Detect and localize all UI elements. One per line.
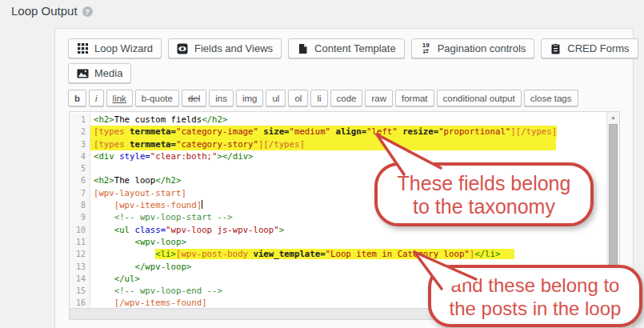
- line-number: 5: [70, 162, 90, 174]
- callout-line: to the taxonomy: [378, 195, 590, 218]
- grid-icon: [77, 42, 89, 54]
- line-number: 13: [70, 261, 90, 273]
- help-icon[interactable]: ?: [82, 6, 93, 17]
- scrollbar-thumb[interactable]: [609, 124, 618, 288]
- page-title: Loop Output: [11, 4, 78, 18]
- pagination-icon: 19⇄: [420, 42, 432, 54]
- toolbar-button-label: Loop Wizard: [94, 42, 153, 54]
- code-line: 12 <li>[wpv-post-body view_template="Loo…: [70, 248, 606, 260]
- callout-posts-note: and these belong to the posts in the loo…: [428, 265, 642, 327]
- toolbar-button-label: CRED Forms: [567, 42, 629, 54]
- code-line: 11 <wpv-loop>: [70, 236, 606, 248]
- toolbar-button-label: Fields and Views: [194, 42, 273, 54]
- line-number: 8: [70, 199, 90, 211]
- line-number: 3: [70, 138, 90, 150]
- code-line: 3[types termmeta="category-story"][/type…: [70, 138, 606, 150]
- cred-clipboard-icon: [550, 42, 562, 54]
- callout-line: These fields belong: [378, 172, 590, 195]
- callout-line: and these belong to: [431, 274, 639, 297]
- quicktag-close-tags[interactable]: close tags: [524, 90, 578, 106]
- quicktag-i[interactable]: i: [89, 90, 104, 106]
- quicktag-ins[interactable]: ins: [209, 90, 234, 106]
- quicktag-ul[interactable]: ul: [266, 90, 286, 106]
- quicktag-link[interactable]: link: [106, 90, 133, 106]
- toolbar-button-cred-forms[interactable]: CRED Forms: [541, 38, 638, 58]
- text-cursor: [202, 200, 202, 209]
- toolbar-button-pagination-controls[interactable]: 19⇄Pagination controls: [411, 38, 535, 58]
- quicktag-del[interactable]: del: [182, 90, 206, 106]
- quicktag-b[interactable]: b: [68, 90, 86, 106]
- line-number: 14: [70, 273, 90, 285]
- media-image-icon: [77, 67, 89, 79]
- toolbar-button-content-template[interactable]: Content Template: [288, 38, 405, 58]
- toolbar-button-fields-and-views[interactable]: Fields and Views: [168, 38, 282, 58]
- quicktag-conditional-output[interactable]: conditional output: [437, 90, 522, 106]
- line-number: 7: [70, 187, 90, 199]
- quicktag-b-quote[interactable]: b-quote: [135, 90, 179, 106]
- quicktag-img[interactable]: img: [236, 90, 264, 106]
- page-header: Loop Output ?: [11, 4, 93, 18]
- line-number: 1: [70, 114, 90, 126]
- toolbar-button-label: Pagination controls: [438, 42, 526, 54]
- scroll-up-arrow-icon[interactable]: ▲: [607, 112, 619, 122]
- toolbar-button-label: Media: [94, 67, 122, 79]
- line-number: 4: [70, 150, 90, 162]
- quicktag-li[interactable]: li: [310, 90, 327, 106]
- quicktag-code[interactable]: code: [330, 90, 363, 106]
- toolbar-button-loop-wizard[interactable]: Loop Wizard: [68, 38, 162, 58]
- line-number: 11: [70, 236, 90, 248]
- code-line: 1<h2>The custom fields</h2>: [70, 114, 606, 126]
- highlighted-code: <li>[wpv-post-body view_template="Loop i…: [155, 249, 514, 259]
- code-line: 4<div style="clear:both;"></div>: [70, 150, 606, 162]
- quicktag-raw[interactable]: raw: [365, 90, 393, 106]
- code-line: 2[types termmeta="category-image" size="…: [70, 126, 606, 138]
- toolbar-row-1: Loop WizardFields and ViewsContent Templ…: [68, 38, 620, 58]
- quicktags-toolbar: bilinkb-quotedelinsimgulollicoderawforma…: [68, 90, 620, 106]
- quicktag-format[interactable]: format: [395, 90, 434, 106]
- callout-line: the posts in the loop: [431, 297, 639, 320]
- toolbar-button-media[interactable]: Media: [68, 63, 131, 83]
- line-number: 15: [70, 285, 90, 297]
- views-eye-icon: [177, 42, 189, 54]
- line-number: 2: [70, 126, 90, 138]
- toolbar-button-label: Content Template: [314, 42, 396, 54]
- line-number: 12: [70, 248, 90, 260]
- line-number: 9: [70, 211, 90, 223]
- content-template-icon: [297, 42, 309, 54]
- line-number: 10: [70, 224, 90, 236]
- line-number: 6: [70, 174, 90, 186]
- callout-taxonomy-note: These fields belong to the taxonomy: [374, 162, 594, 226]
- quicktag-ol[interactable]: ol: [288, 90, 308, 106]
- toolbar-row-2: Media: [68, 63, 620, 83]
- line-number: 16: [70, 297, 90, 308]
